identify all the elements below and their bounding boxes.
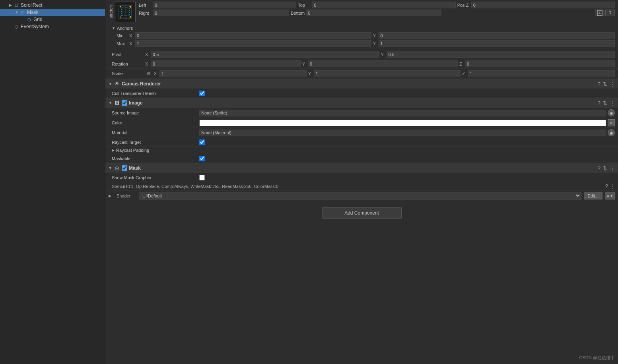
rotation-x-label: X bbox=[145, 62, 150, 66]
tree-label-grid: Grid bbox=[33, 17, 43, 22]
bottom-field-group: Bottom bbox=[291, 10, 441, 16]
maskable-checkbox[interactable] bbox=[199, 156, 205, 161]
pivot-y-input[interactable] bbox=[387, 51, 615, 58]
left-input[interactable] bbox=[153, 2, 296, 8]
source-image-input[interactable] bbox=[199, 110, 606, 116]
rect-icon-mask: ⬡ bbox=[20, 10, 25, 15]
tree-item-grid[interactable]: ▶ ⬡ Grid bbox=[0, 16, 105, 23]
material-browse-btn[interactable]: ◉ bbox=[608, 129, 615, 136]
stretch-label: stretch bbox=[109, 4, 113, 20]
tree-item-eventsystem[interactable]: ▶ ⬡ EventSystem bbox=[0, 23, 105, 30]
image-preset-btn[interactable]: ⇅ bbox=[603, 100, 607, 106]
tree-label-mask: Mask bbox=[27, 10, 39, 15]
canvas-renderer-menu-btn[interactable]: ⋮ bbox=[610, 81, 615, 87]
raycast-padding-row[interactable]: ▶ Raycast Padding bbox=[105, 147, 618, 154]
shader-edit-btn[interactable]: Edit... bbox=[584, 192, 602, 199]
anchors-max-x-input[interactable] bbox=[135, 40, 371, 47]
mask-menu-btn[interactable]: ⋮ bbox=[610, 165, 615, 171]
canvas-renderer-preset-btn[interactable]: ⇅ bbox=[603, 81, 607, 87]
show-mask-graphic-checkbox[interactable] bbox=[199, 175, 205, 180]
svg-marker-6 bbox=[120, 16, 121, 17]
tree-item-scrollrect[interactable]: ▶ ☐ ScrollRect bbox=[0, 2, 105, 9]
add-component-btn[interactable]: Add Component bbox=[322, 207, 402, 219]
raycast-target-checkbox[interactable] bbox=[199, 139, 205, 145]
shader-select[interactable]: UI/Default bbox=[139, 192, 581, 199]
tree-item-mask[interactable]: ▼ ⬡ Mask bbox=[0, 9, 105, 16]
anchor-preset-widget[interactable] bbox=[115, 2, 136, 22]
pivot-label: Pivot bbox=[112, 52, 144, 57]
top-field-group: Top bbox=[298, 2, 455, 8]
image-menu-btn[interactable]: ⋮ bbox=[610, 100, 615, 106]
pivot-x-input[interactable] bbox=[151, 51, 379, 58]
shader-arrow[interactable]: ▶ bbox=[109, 194, 114, 198]
position-fields: Left Top Pos Z Right bbox=[139, 2, 615, 22]
rotation-y-input[interactable] bbox=[308, 60, 458, 67]
anchors-max-label: Max bbox=[117, 41, 128, 46]
rect-r-btn[interactable]: R bbox=[605, 10, 615, 16]
image-actions: ? ⇅ ⋮ bbox=[598, 100, 615, 106]
rotation-y-group: Y bbox=[302, 60, 458, 67]
pivot-y-group: Y bbox=[381, 51, 615, 58]
scale-y-group: Y bbox=[308, 70, 461, 77]
posz-field-group: Pos Z bbox=[457, 2, 615, 8]
canvas-renderer-help-btn[interactable]: ? bbox=[598, 81, 601, 87]
top-label: Top bbox=[298, 3, 311, 8]
watermark: CSDN @红色猎手 bbox=[579, 355, 615, 361]
tree-arrow-mask[interactable]: ▼ bbox=[14, 10, 19, 15]
inspector-panel: stretch bbox=[105, 0, 618, 364]
stencil-info-text: Stencil Id:1, Op:Replace, Comp:Always, W… bbox=[112, 184, 604, 189]
rotation-z-input[interactable] bbox=[465, 60, 615, 67]
scale-z-input[interactable] bbox=[468, 70, 615, 77]
anchors-min-x-group: X bbox=[129, 32, 371, 39]
mask-preset-btn[interactable]: ⇅ bbox=[603, 165, 607, 171]
anchors-min-x-input[interactable] bbox=[135, 32, 371, 39]
raycast-padding-arrow[interactable]: ▶ bbox=[112, 148, 115, 152]
image-header: ▼ 🖼 Image ? ⇅ ⋮ bbox=[105, 98, 618, 108]
event-icon: ⬡ bbox=[14, 24, 19, 29]
shader-list-btn[interactable]: ≡ ▾ bbox=[605, 192, 615, 199]
scale-y-input[interactable] bbox=[314, 70, 461, 77]
image-enabled-checkbox[interactable] bbox=[122, 100, 127, 106]
top-input[interactable] bbox=[312, 2, 455, 8]
posz-input[interactable] bbox=[471, 2, 615, 8]
rotation-x-input[interactable] bbox=[151, 60, 301, 67]
pivot-x-group: X bbox=[145, 51, 379, 58]
stencil-help-btn[interactable]: ? bbox=[605, 183, 608, 189]
color-swatch[interactable] bbox=[199, 120, 606, 126]
tree-label-eventsystem: EventSystem bbox=[21, 24, 49, 29]
anchors-max-y-input[interactable] bbox=[379, 40, 615, 47]
rotation-z-group: Z bbox=[459, 60, 615, 67]
mask-help-btn[interactable]: ? bbox=[598, 165, 601, 171]
anchors-arrow[interactable]: ▼ bbox=[112, 26, 115, 30]
rect-blueprint-btn[interactable] bbox=[595, 10, 604, 16]
mask-enabled-checkbox[interactable] bbox=[122, 165, 127, 171]
show-mask-graphic-value bbox=[199, 175, 615, 180]
scale-x-group: X bbox=[154, 70, 307, 77]
cull-transparent-row: Cull Transparent Mesh bbox=[105, 89, 618, 98]
bottom-input[interactable] bbox=[306, 10, 441, 16]
tree-arrow-grid: ▶ bbox=[21, 17, 25, 22]
inspector-content: stretch bbox=[105, 0, 618, 225]
material-input[interactable] bbox=[199, 130, 606, 136]
image-help-btn[interactable]: ? bbox=[598, 100, 601, 106]
canvas-renderer-arrow[interactable]: ▼ bbox=[109, 82, 112, 86]
color-pick-btn[interactable]: ✏ bbox=[608, 119, 615, 126]
image-arrow[interactable]: ▼ bbox=[109, 101, 112, 105]
anchors-min-x-label: X bbox=[129, 33, 134, 38]
stencil-menu-btn[interactable]: ⋮ bbox=[610, 183, 615, 189]
tree-arrow-eventsystem: ▶ bbox=[8, 24, 13, 29]
right-input[interactable] bbox=[153, 10, 289, 16]
source-image-label: Source Image bbox=[112, 110, 199, 115]
anchors-min-y-input[interactable] bbox=[379, 32, 615, 39]
canvas-renderer-title: Canvas Renderer bbox=[122, 81, 596, 87]
mask-arrow[interactable]: ▼ bbox=[109, 166, 112, 170]
pivot-fields: X Y bbox=[145, 51, 615, 58]
mask-section-icon: ◎ bbox=[114, 165, 120, 171]
image-section-icon: 🖼 bbox=[114, 100, 120, 106]
scale-link-icon[interactable]: ⊛ bbox=[145, 70, 152, 77]
tree-arrow-scrollrect[interactable]: ▶ bbox=[8, 3, 13, 8]
scale-x-input[interactable] bbox=[159, 70, 307, 77]
cull-transparent-checkbox[interactable] bbox=[199, 91, 205, 96]
source-image-browse-btn[interactable]: ◉ bbox=[608, 109, 615, 116]
scale-x-label: X bbox=[154, 71, 159, 76]
